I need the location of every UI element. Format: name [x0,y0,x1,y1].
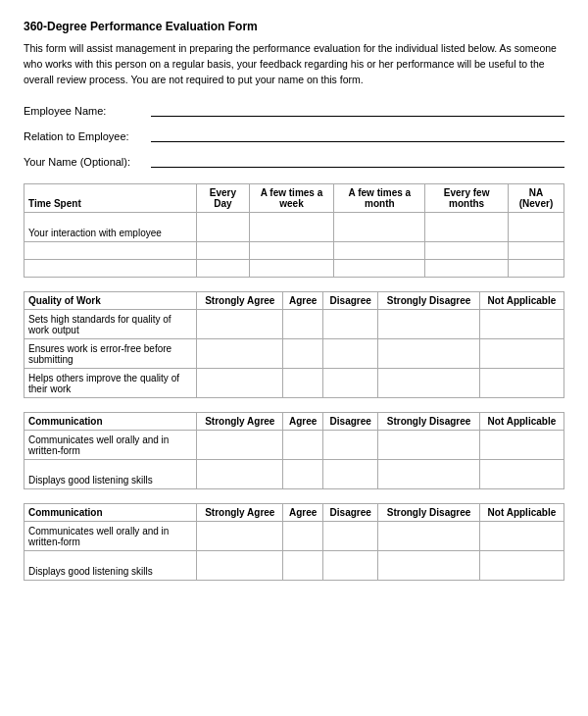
col-disagree: Disagree [323,504,378,522]
cell[interactable] [197,551,283,581]
cell [24,260,197,278]
cell[interactable] [283,460,323,489]
time-spent-header: Time Spent [24,184,197,213]
cell[interactable] [197,339,283,369]
cell[interactable] [249,260,334,278]
col-strongly-disagree: Strongly Disagree [378,292,480,310]
cell[interactable] [283,369,323,398]
cell[interactable] [197,310,283,339]
relation-input[interactable] [151,127,564,142]
cell[interactable] [479,551,564,581]
your-name-label: Your Name (Optional): [24,156,151,168]
row-label: Helps others improve the quality of thei… [24,369,197,398]
cell[interactable] [323,369,378,398]
cell[interactable] [283,522,323,551]
col-strongly-agree: Strongly Agree [197,413,283,431]
col-disagree: Disagree [323,292,378,310]
row-label: Communicates well orally and in written-… [24,431,197,460]
row-label: Ensures work is error-free before submit… [24,339,197,369]
relation-row: Relation to Employee: [24,127,564,142]
col-disagree: Disagree [323,413,378,431]
cell[interactable] [197,522,283,551]
your-name-input[interactable] [151,152,564,168]
cell[interactable] [479,369,564,398]
cell[interactable] [323,460,378,489]
communication-header-2: Communication [24,504,197,522]
cell[interactable] [425,213,509,242]
cell[interactable] [197,369,283,398]
cell[interactable] [378,369,480,398]
cell[interactable] [378,551,480,581]
cell[interactable] [508,242,564,260]
cell[interactable] [249,242,334,260]
time-spent-table: Time Spent Every Day A few times a week … [24,183,564,278]
cell[interactable] [425,242,509,260]
table-row: Displays good listening skills [24,551,564,581]
cell[interactable] [508,213,564,242]
quality-header: Quality of Work [24,292,197,310]
communication-header-1: Communication [24,413,197,431]
col-not-applicable: Not Applicable [479,413,564,431]
col-strongly-agree: Strongly Agree [197,504,283,522]
cell[interactable] [323,522,378,551]
employee-name-row: Employee Name: [24,101,564,117]
row-label: Communicates well orally and in written-… [24,522,197,551]
cell[interactable] [479,339,564,369]
cell[interactable] [378,310,480,339]
form-fields: Employee Name: Relation to Employee: You… [24,101,564,168]
cell[interactable] [479,431,564,460]
cell[interactable] [334,242,425,260]
cell[interactable] [323,310,378,339]
cell[interactable] [197,460,283,489]
col-agree: Agree [283,413,323,431]
cell[interactable] [378,431,480,460]
cell[interactable] [283,339,323,369]
cell[interactable] [479,310,564,339]
relation-label: Relation to Employee: [24,130,151,142]
cell[interactable] [323,431,378,460]
cell[interactable] [378,339,480,369]
cell[interactable] [197,213,249,242]
cell[interactable] [249,213,334,242]
col-agree: Agree [283,292,323,310]
row-label: Displays good listening skills [24,460,197,489]
row-label: Your interaction with employee [24,213,197,242]
cell[interactable] [283,551,323,581]
cell[interactable] [197,260,249,278]
quality-of-work-table: Quality of Work Strongly Agree Agree Dis… [24,291,564,398]
table-row: Sets high standards for quality of work … [24,310,564,339]
cell[interactable] [479,522,564,551]
cell[interactable] [334,213,425,242]
col-not-applicable: Not Applicable [479,292,564,310]
table-row: Ensures work is error-free before submit… [24,339,564,369]
table-row: Your interaction with employee [24,213,564,242]
cell[interactable] [378,522,480,551]
col-few-times-month: A few times a month [334,184,425,213]
col-na-never: NA (Never) [508,184,564,213]
cell[interactable] [283,431,323,460]
table-row [24,242,564,260]
cell [24,242,197,260]
col-agree: Agree [283,504,323,522]
cell[interactable] [197,242,249,260]
col-strongly-agree: Strongly Agree [197,292,283,310]
cell[interactable] [508,260,564,278]
row-label: Displays good listening skills [24,551,197,581]
cell[interactable] [323,339,378,369]
cell[interactable] [197,431,283,460]
table-row: Communicates well orally and in written-… [24,522,564,551]
cell[interactable] [334,260,425,278]
col-few-times-week: A few times a week [249,184,334,213]
table-row [24,260,564,278]
your-name-row: Your Name (Optional): [24,152,564,168]
employee-name-input[interactable] [151,101,564,117]
cell[interactable] [283,310,323,339]
table-row: Communicates well orally and in written-… [24,431,564,460]
cell[interactable] [323,551,378,581]
communication-table-2: Communication Strongly Agree Agree Disag… [24,503,564,581]
cell[interactable] [479,460,564,489]
cell[interactable] [425,260,509,278]
cell[interactable] [378,460,480,489]
col-not-applicable: Not Applicable [479,504,564,522]
col-every-few-months: Every few months [425,184,509,213]
